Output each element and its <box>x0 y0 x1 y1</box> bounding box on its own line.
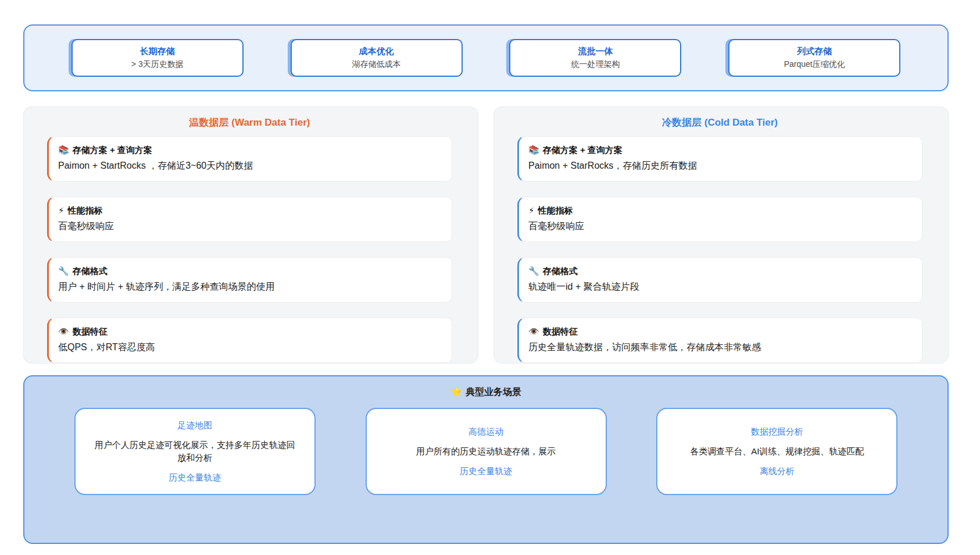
feature-subtitle: > 3天历史数据 <box>76 58 239 70</box>
scenario-title: 数据挖掘分析 <box>751 426 803 437</box>
eye-icon: 👁️ <box>528 326 539 336</box>
feature-subtitle: 统一处理架构 <box>514 58 677 70</box>
feature-banner: 长期存储 > 3天历史数据 成本优化 湖存储低成本 流批一体 统一处理架构 列式… <box>23 24 949 91</box>
card-body: 低QPS，对RT容忍度高 <box>58 339 442 355</box>
card-title: 存储方案 + 查询方案 <box>543 145 623 155</box>
lightning-icon: ⚡ <box>58 205 65 215</box>
card-title: 存储格式 <box>543 266 578 276</box>
feature-title: 长期存储 <box>76 45 239 58</box>
card-body: 轨迹唯一id + 聚合轨迹片段 <box>528 279 913 295</box>
card-title: 性能指标 <box>68 205 103 215</box>
feature-card-columnar-storage: 列式存储 Parquet压缩优化 <box>728 39 900 77</box>
books-icon: 📚 <box>58 145 69 155</box>
warm-data-traits-card: 👁️数据特征 低QPS，对RT容忍度高 <box>47 318 452 363</box>
scenarios-title: ⭐典型业务场景 <box>24 385 947 400</box>
scenario-card-amap-sports: 高德运动 用户所有的历史运动轨迹存储，展示 历史全量轨迹 <box>366 408 607 495</box>
scenario-tag: 历史全量轨迹 <box>169 472 221 483</box>
feature-card-long-term-storage: 长期存储 > 3天历史数据 <box>71 39 244 77</box>
cold-storage-format-card: 🔧存储格式 轨迹唯一id + 聚合轨迹片段 <box>517 257 922 303</box>
typical-scenarios-panel: ⭐典型业务场景 足迹地图 用户个人历史足迹可视化展示，支持多年历史轨迹回放和分析… <box>23 375 949 544</box>
warm-storage-plan-card: 📚存储方案 + 查询方案 Paimon + StartRocks ，存储近3~6… <box>47 136 452 182</box>
cold-tier-title: 冷数据层 (Cold Data Tier) <box>517 115 922 130</box>
cold-performance-card: ⚡性能指标 百毫秒级响应 <box>517 197 922 242</box>
cold-data-tier-panel: 冷数据层 (Cold Data Tier) 📚存储方案 + 查询方案 Paimo… <box>493 106 949 364</box>
warm-storage-format-card: 🔧存储格式 用户 + 时间片 + 轨迹序列，满足多种查询场景的使用 <box>47 257 452 303</box>
scenario-tag: 历史全量轨迹 <box>460 465 512 477</box>
cold-data-traits-card: 👁️数据特征 历史全量轨迹数据，访问频率非常低，存储成本非常敏感 <box>517 318 922 363</box>
scenario-title: 足迹地图 <box>177 419 212 431</box>
scenario-title: 高德运动 <box>468 426 503 437</box>
feature-card-cost-optimization: 成本优化 湖存储低成本 <box>291 39 463 77</box>
star-icon: ⭐ <box>450 387 462 397</box>
scenario-description: 用户所有的历史运动轨迹存储，展示 <box>416 445 556 458</box>
card-body: Paimon + StarRocks，存储历史所有数据 <box>528 158 913 174</box>
card-header: 📚存储方案 + 查询方案 <box>528 143 913 158</box>
card-title: 存储方案 + 查询方案 <box>73 145 152 155</box>
card-header: 📚存储方案 + 查询方案 <box>58 143 442 158</box>
feature-card-stream-batch: 流批一体 统一处理架构 <box>509 39 681 77</box>
card-header: ⚡性能指标 <box>58 203 442 218</box>
feature-title: 成本优化 <box>295 45 458 58</box>
wrench-icon: 🔧 <box>58 266 69 276</box>
scenario-tag: 离线分析 <box>760 465 795 477</box>
scenario-description: 各类调查平台、AI训练、规律挖掘、轨迹匹配 <box>690 445 864 458</box>
card-header: 👁️数据特征 <box>58 324 442 339</box>
card-title: 数据特征 <box>543 326 578 336</box>
card-title: 存储格式 <box>73 266 108 276</box>
scenario-description: 用户个人历史足迹可视化展示，支持多年历史轨迹回放和分析 <box>91 439 299 464</box>
feature-title: 流批一体 <box>514 45 677 58</box>
card-body: 用户 + 时间片 + 轨迹序列，满足多种查询场景的使用 <box>58 279 442 295</box>
card-body: Paimon + StartRocks ，存储近3~60天内的数据 <box>58 158 442 174</box>
card-header: 👁️数据特征 <box>528 324 913 339</box>
card-header: ⚡性能指标 <box>528 203 913 218</box>
feature-title: 列式存储 <box>733 45 896 58</box>
warm-tier-title: 温数据层 (Warm Data Tier) <box>47 115 452 130</box>
card-title: 性能指标 <box>538 205 573 215</box>
cold-storage-plan-card: 📚存储方案 + 查询方案 Paimon + StarRocks，存储历史所有数据 <box>517 136 922 182</box>
scenario-card-footprint-map: 足迹地图 用户个人历史足迹可视化展示，支持多年历史轨迹回放和分析 历史全量轨迹 <box>74 408 316 495</box>
card-body: 百毫秒级响应 <box>528 218 913 234</box>
wrench-icon: 🔧 <box>528 266 539 276</box>
card-title: 数据特征 <box>73 326 108 336</box>
scenario-cards: 足迹地图 用户个人历史足迹可视化展示，支持多年历史轨迹回放和分析 历史全量轨迹 … <box>24 408 947 495</box>
data-tier-panels: 温数据层 (Warm Data Tier) 📚存储方案 + 查询方案 Paimo… <box>23 106 954 364</box>
card-header: 🔧存储格式 <box>58 264 442 279</box>
lightning-icon: ⚡ <box>528 205 535 215</box>
scenario-card-data-mining: 数据挖掘分析 各类调查平台、AI训练、规律挖掘、轨迹匹配 离线分析 <box>656 408 897 495</box>
card-header: 🔧存储格式 <box>528 264 913 279</box>
card-body: 历史全量轨迹数据，访问频率非常低，存储成本非常敏感 <box>528 339 913 355</box>
card-body: 百毫秒级响应 <box>58 218 442 234</box>
feature-subtitle: Parquet压缩优化 <box>733 58 896 70</box>
warm-data-tier-panel: 温数据层 (Warm Data Tier) 📚存储方案 + 查询方案 Paimo… <box>23 106 478 364</box>
warm-performance-card: ⚡性能指标 百毫秒级响应 <box>47 197 452 242</box>
scenarios-title-text: 典型业务场景 <box>466 387 521 397</box>
feature-subtitle: 湖存储低成本 <box>295 58 458 70</box>
eye-icon: 👁️ <box>58 326 69 336</box>
books-icon: 📚 <box>528 145 539 155</box>
